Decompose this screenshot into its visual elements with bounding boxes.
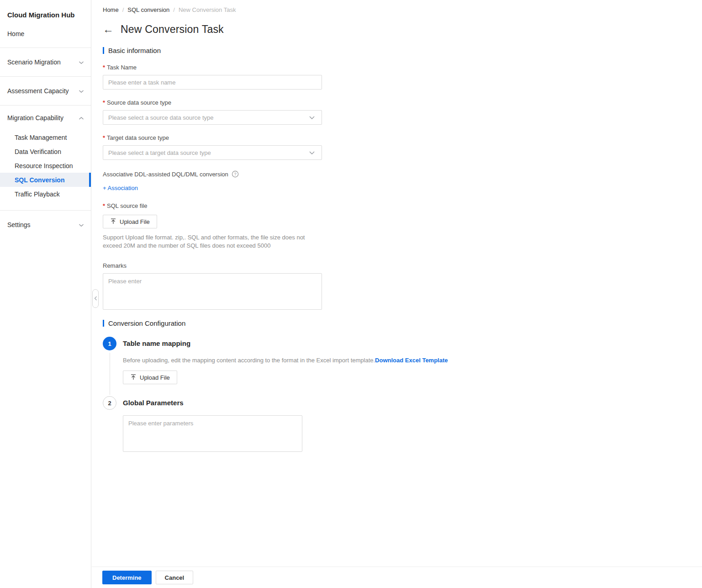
sidebar-item-task-management[interactable]: Task Management	[0, 130, 91, 144]
sidebar-group-label: Migration Capability	[7, 114, 63, 122]
sidebar-item-sql-conversion[interactable]: SQL Conversion	[0, 173, 91, 187]
upload-button-label: Upload File	[140, 374, 170, 381]
question-circle-icon[interactable]: ?	[232, 170, 239, 178]
step-global-parameters: 2 Global Parameters	[103, 396, 702, 465]
association-label: Associative DDL-assisted DQL/DML convers…	[103, 171, 228, 178]
form-footer: Determine Cancel	[92, 567, 702, 588]
section-accent-bar	[103, 47, 104, 54]
sidebar-item-label: SQL Conversion	[15, 176, 64, 184]
determine-button[interactable]: Determine	[102, 571, 152, 584]
sidebar-item-traffic-playback[interactable]: Traffic Playback	[0, 187, 91, 201]
sql-source-file-label: * SQL source file	[103, 202, 702, 209]
sidebar-item-resource-inspection[interactable]: Resource Inspection	[0, 159, 91, 173]
global-parameters-textarea[interactable]	[123, 415, 302, 452]
step-connector-line	[110, 353, 110, 395]
chevron-left-icon	[94, 295, 97, 302]
app-title: Cloud Migration Hub	[0, 0, 91, 19]
sidebar-item-home[interactable]: Home	[0, 29, 91, 38]
section-title: Basic information	[108, 47, 161, 54]
remarks-label: Remarks	[103, 262, 702, 269]
required-mark: *	[103, 64, 105, 71]
breadcrumb: Home / SQL conversion / New Conversion T…	[103, 6, 702, 13]
step-1-description: Before uploading, edit the mapping conte…	[123, 356, 702, 364]
sidebar-group-assessment-capacity[interactable]: Assessment Capacity	[0, 77, 91, 105]
upload-icon	[130, 374, 137, 381]
breadcrumb-sql-conversion[interactable]: SQL conversion	[127, 6, 169, 13]
chevron-up-icon	[79, 114, 84, 122]
select-placeholder: Please select a target data source type	[108, 149, 211, 156]
source-type-label: * Source data source type	[103, 99, 702, 106]
breadcrumb-separator: /	[173, 6, 175, 13]
add-association-link[interactable]: + Association	[103, 185, 138, 191]
sidebar-item-data-verification[interactable]: Data Verification	[0, 144, 91, 159]
page-header: ← New Conversion Task	[103, 23, 702, 36]
required-mark: *	[103, 99, 105, 106]
association-label-row: Associative DDL-assisted DQL/DML convers…	[103, 170, 702, 178]
sidebar-group-migration-capability[interactable]: Migration Capability	[0, 106, 91, 130]
breadcrumb-current: New Conversion Task	[179, 6, 236, 13]
step-2-title: Global Parameters	[123, 396, 702, 410]
step-rail: 2	[103, 396, 116, 465]
upload-hint-text: Support Upload file format. zip,. SQL an…	[103, 233, 306, 250]
task-name-input[interactable]	[103, 75, 322, 90]
main-content: Home / SQL conversion / New Conversion T…	[92, 0, 702, 588]
svg-text:?: ?	[234, 172, 236, 176]
sidebar-collapse-handle[interactable]	[92, 289, 99, 308]
required-mark: *	[103, 134, 105, 141]
step-body: Global Parameters	[123, 396, 702, 465]
step-2-badge: 2	[103, 396, 116, 410]
required-mark: *	[103, 202, 105, 209]
download-excel-template-link[interactable]: Download Excel Template	[375, 357, 448, 364]
step-1-title: Table name mapping	[123, 337, 702, 350]
breadcrumb-home[interactable]: Home	[103, 6, 119, 13]
chevron-down-icon	[79, 58, 84, 66]
upload-icon	[110, 218, 116, 226]
chevron-down-icon	[309, 114, 315, 121]
page-title: New Conversion Task	[121, 23, 224, 36]
step-table-name-mapping: 1 Table name mapping Before uploading, e…	[103, 337, 702, 396]
active-indicator	[89, 173, 91, 187]
sidebar-group-label: Scenario Migration	[7, 58, 61, 66]
section-basic-information: Basic information	[103, 47, 702, 54]
remarks-textarea[interactable]	[103, 273, 322, 310]
sidebar-group-scenario-migration[interactable]: Scenario Migration	[0, 48, 91, 76]
chevron-down-icon	[309, 149, 315, 156]
section-title: Conversion Configuration	[108, 319, 185, 327]
section-conversion-configuration: Conversion Configuration	[103, 319, 702, 327]
sidebar-submenu-migration-capability: Task Management Data Verification Resour…	[0, 130, 91, 206]
step-1-badge: 1	[103, 337, 116, 350]
target-type-select[interactable]: Please select a target data source type	[103, 145, 322, 160]
sidebar-group-settings[interactable]: Settings	[0, 211, 91, 239]
conversion-steps: 1 Table name mapping Before uploading, e…	[103, 337, 702, 465]
cancel-button[interactable]: Cancel	[156, 571, 194, 584]
task-name-label: * Task Name	[103, 64, 702, 71]
select-placeholder: Please select a source data source type	[108, 114, 214, 121]
mapping-upload-button[interactable]: Upload File	[123, 371, 177, 384]
step-rail: 1	[103, 337, 116, 396]
upload-button-label: Upload File	[120, 218, 150, 225]
source-type-select[interactable]: Please select a source data source type	[103, 110, 322, 125]
back-arrow-icon[interactable]: ←	[103, 23, 114, 36]
chevron-down-icon	[79, 221, 84, 228]
chevron-down-icon	[79, 87, 84, 95]
target-type-label: * Target data source type	[103, 134, 702, 141]
section-accent-bar	[103, 320, 104, 327]
sql-source-upload-button[interactable]: Upload File	[103, 215, 157, 228]
sidebar-group-label: Assessment Capacity	[7, 87, 69, 95]
step-body: Table name mapping Before uploading, edi…	[123, 337, 702, 396]
sidebar: Cloud Migration Hub Home Scenario Migrat…	[0, 0, 91, 588]
breadcrumb-separator: /	[122, 6, 124, 13]
sidebar-group-label: Settings	[7, 221, 31, 228]
